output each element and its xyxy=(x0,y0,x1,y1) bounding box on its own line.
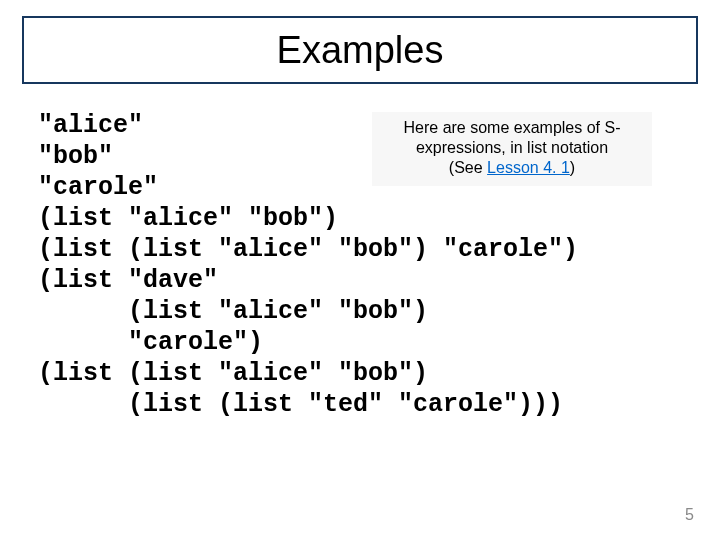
lesson-link[interactable]: Lesson 4. 1 xyxy=(487,159,570,176)
title-box: Examples xyxy=(22,16,698,84)
callout-see-prefix: (See xyxy=(449,159,487,176)
callout-line2: expressions, in list notation xyxy=(416,139,608,156)
callout-see-suffix: ) xyxy=(570,159,575,176)
callout-line1: Here are some examples of S- xyxy=(404,119,621,136)
page-number: 5 xyxy=(685,506,694,524)
page-title: Examples xyxy=(277,29,444,72)
callout-box: Here are some examples of S- expressions… xyxy=(372,112,652,186)
